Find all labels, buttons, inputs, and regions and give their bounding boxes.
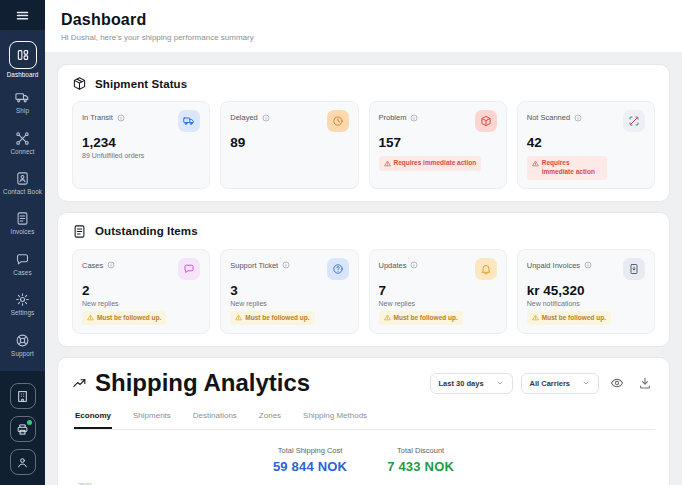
tab-shipping-methods[interactable]: Shipping Methods xyxy=(302,409,368,429)
section-title: Outstanding Items xyxy=(95,225,198,237)
trending-up-icon xyxy=(72,376,87,391)
truck-icon xyxy=(178,110,200,132)
shipment-status-heading: Shipment Status xyxy=(72,76,655,91)
scan-slash-icon xyxy=(623,110,645,132)
card-subtitle: New replies xyxy=(379,300,497,307)
card-value: 42 xyxy=(527,135,645,150)
sidebar-item-dashboard[interactable]: Dashboard xyxy=(0,37,45,82)
card-label: Cases xyxy=(82,261,103,270)
card-value: 89 xyxy=(230,135,348,150)
total-value: 7 433 NOK xyxy=(387,459,454,474)
card-subtitle: New replies xyxy=(82,300,200,307)
info-icon[interactable] xyxy=(410,261,418,269)
analytics-controls: Last 30 days All Carriers xyxy=(430,373,655,394)
page-title: Dashboard xyxy=(61,11,666,29)
stat-card-not-scanned: Not Scanned 42 Requires immediate action xyxy=(517,101,655,189)
chat-bubble-icon xyxy=(15,252,30,267)
alert-chip: Must be followed up. xyxy=(230,311,314,326)
download-button[interactable] xyxy=(635,373,655,393)
info-icon[interactable] xyxy=(584,261,592,269)
sidebar-nav: Dashboard Ship Connect Contact Book Invo… xyxy=(0,30,45,371)
card-value: kr 45,320 xyxy=(527,283,645,298)
total-label: Total Shipping Cost xyxy=(273,446,347,455)
main-area: Dashboard Hi Dushal, here's your shippin… xyxy=(45,0,682,485)
page-header: Dashboard Hi Dushal, here's your shippin… xyxy=(45,0,682,52)
card-label: In Transit xyxy=(82,113,113,122)
total-label: Total Discount xyxy=(387,446,454,455)
info-icon[interactable] xyxy=(117,114,125,122)
sidebar: Dashboard Ship Connect Contact Book Invo… xyxy=(0,0,45,485)
contact-book-icon xyxy=(15,171,30,186)
alert-text: Requires immediate action xyxy=(394,159,477,168)
select-value: All Carriers xyxy=(530,379,570,388)
card-label: Delayed xyxy=(230,113,258,122)
shipping-analytics-heading: Shipping Analytics xyxy=(72,369,310,397)
user-profile-button[interactable] xyxy=(10,449,36,475)
stat-card-delayed: Delayed 89 xyxy=(220,101,358,189)
hamburger-menu-icon[interactable] xyxy=(15,8,30,23)
building-icon xyxy=(16,390,29,403)
sidebar-item-label: Dashboard xyxy=(7,71,39,78)
stat-card-in-transit: In Transit 1,234 89 Unfulfilled orders xyxy=(72,101,210,189)
alert-text: Must be followed up. xyxy=(394,314,458,323)
page-subtitle: Hi Dushal, here's your shipping performa… xyxy=(61,33,666,42)
sidebar-item-ship[interactable]: Ship xyxy=(0,82,45,122)
alert-chip: Must be followed up. xyxy=(379,311,463,326)
stat-card-unpaid-invoices: Unpaid Invoices kr 45,320 New notificati… xyxy=(517,249,655,335)
info-icon[interactable] xyxy=(410,114,418,122)
eye-icon xyxy=(610,376,624,390)
sidebar-item-label: Connect xyxy=(10,148,34,155)
sidebar-item-settings[interactable]: Settings xyxy=(0,284,45,324)
alert-chip: Must be followed up. xyxy=(527,311,611,326)
invoice-icon xyxy=(623,258,645,280)
sidebar-bottom xyxy=(0,371,45,485)
card-label: Updates xyxy=(379,261,407,270)
warning-triangle-icon xyxy=(532,160,539,167)
printer-button[interactable] xyxy=(10,416,36,442)
invoices-icon xyxy=(15,211,30,226)
sidebar-item-support[interactable]: Support xyxy=(0,325,45,365)
shipping-analytics-panel: Shipping Analytics Last 30 days All Carr… xyxy=(57,357,670,485)
lifebuoy-icon xyxy=(15,333,30,348)
sidebar-item-connect[interactable]: Connect xyxy=(0,122,45,162)
package-alert-icon xyxy=(475,110,497,132)
card-label: Unpaid Invoices xyxy=(527,261,580,270)
section-title: Shipment Status xyxy=(95,78,187,90)
total-value: 59 844 NOK xyxy=(273,459,347,474)
info-icon[interactable] xyxy=(262,114,270,122)
visibility-toggle-button[interactable] xyxy=(607,373,627,393)
info-icon[interactable] xyxy=(574,114,582,122)
dashboard-icon xyxy=(9,41,37,69)
message-icon xyxy=(178,258,200,280)
sidebar-item-label: Settings xyxy=(11,309,35,316)
sidebar-item-contact-book[interactable]: Contact Book xyxy=(0,163,45,203)
alert-text: Must be followed up. xyxy=(97,314,161,323)
info-icon[interactable] xyxy=(107,261,115,269)
sidebar-item-label: Support xyxy=(11,350,34,357)
sidebar-item-cases[interactable]: Cases xyxy=(0,244,45,284)
warning-triangle-icon xyxy=(532,314,539,321)
sidebar-top xyxy=(0,0,45,30)
chevron-down-icon xyxy=(496,379,504,387)
info-icon[interactable] xyxy=(282,261,290,269)
stat-card-updates: Updates 7 New replies Must be followed u… xyxy=(369,249,507,335)
company-building-button[interactable] xyxy=(10,383,36,409)
tab-economy[interactable]: Economy xyxy=(74,409,112,429)
chart-totals: Total Shipping Cost 59 844 NOK Total Dis… xyxy=(72,446,655,474)
sidebar-item-invoices[interactable]: Invoices xyxy=(0,203,45,243)
carrier-select[interactable]: All Carriers xyxy=(521,373,599,394)
warning-triangle-icon xyxy=(384,314,391,321)
sidebar-item-label: Ship xyxy=(16,107,29,114)
date-range-select[interactable]: Last 30 days xyxy=(430,373,513,394)
analytics-tabs: Economy Shipments Destinations Zones Shi… xyxy=(72,409,655,430)
total-discount: Total Discount 7 433 NOK xyxy=(387,446,454,474)
stat-card-problem: Problem 157 Requires immediate action xyxy=(369,101,507,189)
tab-zones[interactable]: Zones xyxy=(258,409,282,429)
card-value: 2 xyxy=(82,283,200,298)
clock-icon xyxy=(327,110,349,132)
tab-shipments[interactable]: Shipments xyxy=(132,409,172,429)
tab-destinations[interactable]: Destinations xyxy=(192,409,238,429)
alert-chip: Requires immediate action xyxy=(379,156,482,171)
warning-triangle-icon xyxy=(235,314,242,321)
chevron-down-icon xyxy=(582,379,590,387)
